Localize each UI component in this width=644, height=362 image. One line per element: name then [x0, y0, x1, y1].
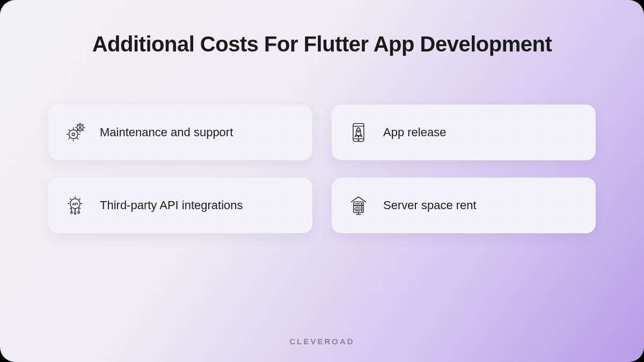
api-icon: API [63, 194, 87, 217]
svg-point-22 [361, 210, 362, 211]
cards-grid: Maintenance and support A [48, 105, 596, 233]
card-label: Maintenance and support [100, 125, 233, 139]
svg-point-0 [69, 130, 78, 139]
svg-text:API: API [72, 202, 78, 206]
app-release-icon [347, 121, 370, 144]
brand-footer: CLEVEROAD [48, 337, 596, 346]
page-title: Additional Costs For Flutter App Develop… [48, 32, 596, 56]
svg-point-18 [361, 203, 362, 204]
svg-point-8 [357, 130, 360, 132]
card-api: API Third-party API integrations [48, 178, 312, 233]
svg-point-3 [79, 126, 81, 128]
card-app-release: App release [332, 105, 596, 160]
svg-point-12 [74, 212, 76, 214]
card-maintenance: Maintenance and support [48, 105, 312, 160]
infographic-canvas: Additional Costs For Flutter App Develop… [0, 0, 644, 362]
card-label: Third-party API integrations [100, 198, 243, 212]
svg-point-7 [358, 139, 359, 141]
maintenance-icon [63, 121, 87, 144]
svg-point-1 [72, 133, 75, 136]
card-label: Server space rent [383, 198, 477, 212]
card-label: App release [383, 125, 446, 139]
server-icon [347, 194, 370, 217]
svg-point-20 [361, 207, 362, 208]
svg-point-13 [78, 212, 79, 213]
card-server: Server space rent [332, 178, 596, 233]
svg-point-11 [71, 212, 72, 213]
